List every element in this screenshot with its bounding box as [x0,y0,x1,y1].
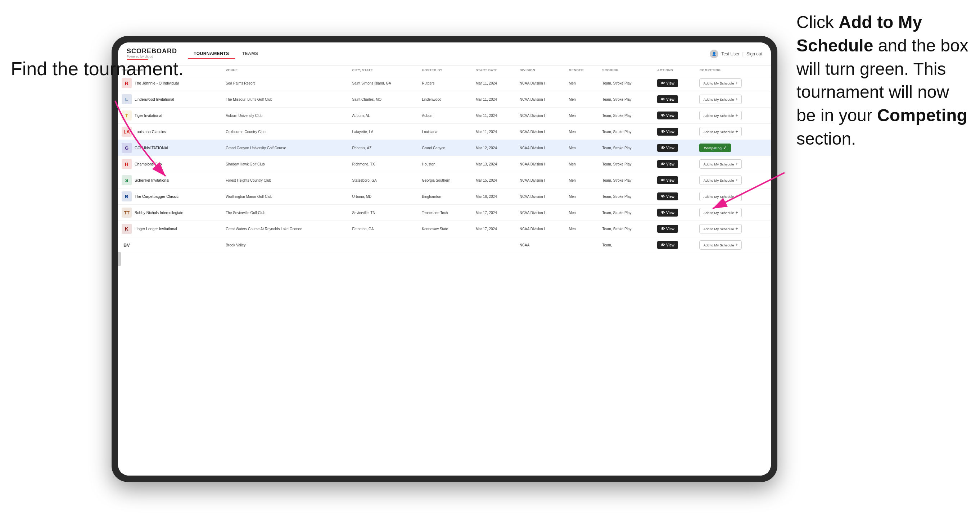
event-name-text: Schenkel Invitational [135,178,169,183]
team-logo: L [122,94,132,104]
cell-division: NCAA Division I [516,172,565,189]
view-button[interactable]: 👁 View [657,111,678,119]
cell-start-date: Mar 17, 2024 [472,205,516,221]
eye-icon: 👁 [661,210,665,215]
event-name-text: GCU INVITATIONAL [135,146,169,150]
cell-division: NCAA Division I [516,108,565,124]
add-to-schedule-button[interactable]: Add to My Schedule + [699,224,742,233]
team-logo: T [122,110,132,121]
logo-text: SCOREBOARD [127,48,177,54]
competing-cell: Competing ✓ [696,140,771,156]
view-button[interactable]: 👁 View [657,79,678,87]
nav-bar: SCOREBOARD Powered by clippd TOURNAMENTS… [118,43,771,65]
cell-scoring: Team, Stroke Play [598,140,654,156]
add-to-schedule-button[interactable]: Add to My Schedule + [699,78,742,88]
team-logo: G [122,143,132,153]
team-logo: B [122,191,132,202]
cell-city-state: Eatonton, GA [348,221,418,237]
right-annotation-text1: Click Add to My Schedule and the box wil… [797,13,969,148]
cell-hosted-by: Auburn [418,108,472,124]
cell-scoring: Team, Stroke Play [598,124,654,140]
cell-hosted-by: Louisiana [418,124,472,140]
cell-hosted-by: Binghamton [418,189,472,205]
event-name-cell: B The Carpetbagger Classic [118,189,222,205]
competing-button[interactable]: Competing ✓ [699,143,731,152]
cell-hosted-by: Rutgers [418,75,472,91]
add-to-schedule-button[interactable]: Add to My Schedule + [699,208,742,217]
check-icon: ✓ [723,145,727,150]
actions-cell: 👁 View [654,205,696,221]
cell-venue: Grand Canyon University Golf Course [222,140,348,156]
tablet-device: SCOREBOARD Powered by clippd TOURNAMENTS… [111,36,777,482]
cell-venue: Forest Heights Country Club [222,172,348,189]
table-row: R The Johnnie - O Individual Sea Palms R… [118,75,771,91]
event-name-text: The Johnnie - O Individual [135,81,179,85]
event-name-text: Lindenwood Invitational [135,97,174,102]
competing-cell: Add to My Schedule + [696,156,771,172]
event-name-text: Louisiana Classics [135,130,166,134]
add-schedule-label: Add to My Schedule [703,178,734,183]
eye-icon: 👁 [661,97,665,102]
event-name-cell: H Champions Cup [118,156,222,172]
view-button[interactable]: 👁 View [657,176,678,184]
eye-icon: 👁 [661,81,665,85]
cell-start-date: Mar 11, 2024 [472,91,516,108]
cell-gender: Men [565,205,598,221]
cell-division: NCAA Division I [516,124,565,140]
cell-start-date: Mar 11, 2024 [472,124,516,140]
cell-scoring: Team, Stroke Play [598,189,654,205]
cell-city-state [348,237,418,253]
cell-scoring: Team, Stroke Play [598,91,654,108]
view-button[interactable]: 👁 View [657,128,678,136]
add-schedule-label: Add to My Schedule [703,81,734,85]
tab-teams[interactable]: TEAMS [237,49,264,59]
cell-venue: Sea Palms Resort [222,75,348,91]
add-to-schedule-button[interactable]: Add to My Schedule + [699,95,742,104]
view-button[interactable]: 👁 View [657,192,678,200]
view-button[interactable]: 👁 View [657,225,678,233]
cell-venue: The Sevierville Golf Club [222,205,348,221]
add-to-schedule-button[interactable]: Add to My Schedule + [699,176,742,185]
cell-hosted-by: Houston [418,156,472,172]
plus-icon: + [735,162,738,167]
add-to-schedule-button[interactable]: Add to My Schedule + [699,240,742,250]
col-hosted-by: HOSTED BY [418,65,472,75]
view-button[interactable]: 👁 View [657,160,678,168]
team-logo: LA [122,127,132,137]
cell-division: NCAA Division I [516,140,565,156]
cell-start-date: Mar 11, 2024 [472,75,516,91]
cell-scoring: Team, Stroke Play [598,156,654,172]
cell-city-state: Statesboro, GA [348,172,418,189]
scroll-indicator [118,252,121,266]
right-annotation: Click Add to My Schedule and the box wil… [797,11,969,151]
view-button[interactable]: 👁 View [657,144,678,152]
cell-city-state: Lafayette, LA [348,124,418,140]
view-button[interactable]: 👁 View [657,95,678,103]
col-venue: VENUE [222,65,348,75]
team-logo: S [122,175,132,185]
add-schedule-label: Add to My Schedule [703,130,734,134]
team-logo: K [122,224,132,234]
add-to-schedule-button[interactable]: Add to My Schedule + [699,127,742,137]
user-avatar: 👤 [710,50,718,58]
cell-venue: Worthington Manor Golf Club [222,189,348,205]
tab-tournaments[interactable]: TOURNAMENTS [188,49,235,59]
cell-venue: Shadow Hawk Golf Club [222,156,348,172]
cell-hosted-by: Tennessee Tech [418,205,472,221]
view-button[interactable]: 👁 View [657,209,678,217]
actions-cell: 👁 View [654,124,696,140]
table-row: BV Brook ValleyNCAATeam, 👁 View Add to M… [118,237,771,253]
plus-icon: + [735,194,738,199]
event-name-text: Champions Cup [135,162,162,166]
add-to-schedule-button[interactable]: Add to My Schedule + [699,111,742,120]
add-to-schedule-button[interactable]: Add to My Schedule + [699,159,742,169]
view-button[interactable]: 👁 View [657,241,678,249]
sign-out-link[interactable]: Sign out [746,51,762,57]
table-container: EVENT NAME VENUE CITY, STATE HOSTED BY S… [118,65,771,476]
actions-cell: 👁 View [654,108,696,124]
add-to-schedule-button[interactable]: Add to My Schedule + [699,192,742,201]
cell-city-state: Saint Charles, MO [348,91,418,108]
cell-start-date [472,237,516,253]
cell-gender: Men [565,172,598,189]
cell-city-state: Phoenix, AZ [348,140,418,156]
